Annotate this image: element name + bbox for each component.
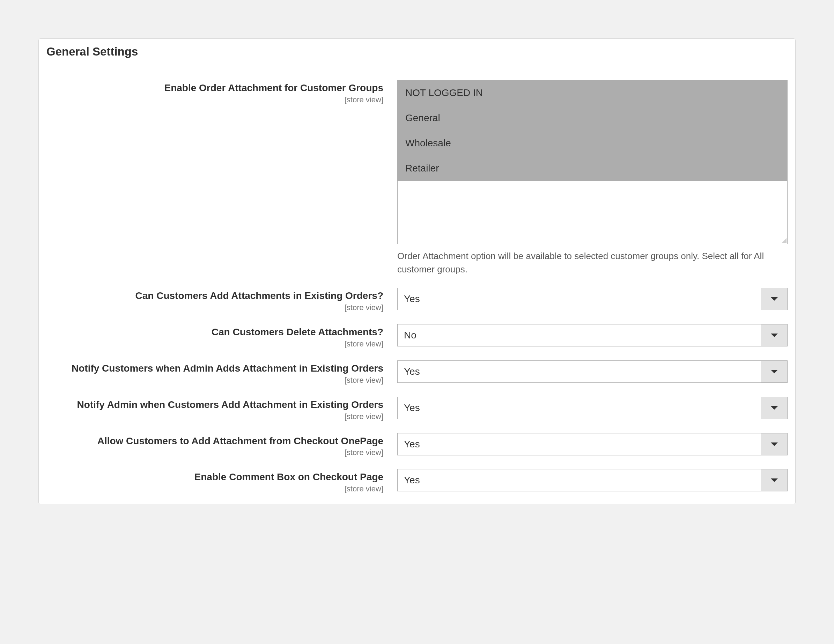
label-text: Enable Comment Box on Checkout Page <box>194 471 383 482</box>
scope-text: [store view] <box>47 448 383 457</box>
chevron-down-icon <box>761 324 787 346</box>
comment-box-select[interactable]: Yes <box>397 469 787 491</box>
multiselect-option[interactable]: General <box>398 105 787 131</box>
field-checkout-onepage: Allow Customers to Add Attachment from C… <box>39 433 795 458</box>
scope-text: [store view] <box>47 412 383 421</box>
label-checkout-onepage: Allow Customers to Add Attachment from C… <box>47 433 397 458</box>
chevron-down-icon <box>761 361 787 382</box>
select-value: Yes <box>398 397 761 419</box>
add-existing-select[interactable]: Yes <box>397 288 787 310</box>
field-delete-attachments: Can Customers Delete Attachments? [store… <box>39 324 795 348</box>
select-value: Yes <box>398 361 761 382</box>
delete-attachments-select[interactable]: No <box>397 324 787 346</box>
multiselect-option[interactable]: NOT LOGGED IN <box>398 80 787 105</box>
chevron-down-icon <box>761 397 787 419</box>
scope-text: [store view] <box>47 340 383 348</box>
label-text: Allow Customers to Add Attachment from C… <box>97 435 383 446</box>
label-notify-admin: Notify Admin when Customers Add Attachme… <box>47 397 397 421</box>
label-text: Can Customers Delete Attachments? <box>212 327 383 337</box>
field-customer-groups: Enable Order Attachment for Customer Gro… <box>39 80 795 276</box>
label-text: Enable Order Attachment for Customer Gro… <box>165 83 384 93</box>
label-delete-attachments: Can Customers Delete Attachments? [store… <box>47 324 397 348</box>
checkout-onepage-select[interactable]: Yes <box>397 433 787 455</box>
field-comment-box: Enable Comment Box on Checkout Page [sto… <box>39 469 795 494</box>
label-add-existing: Can Customers Add Attachments in Existin… <box>47 288 397 312</box>
customer-groups-multiselect[interactable]: NOT LOGGED IN General Wholesale Retailer <box>397 80 787 244</box>
scope-text: [store view] <box>47 376 383 385</box>
select-value: Yes <box>398 469 761 491</box>
chevron-down-icon <box>761 288 787 310</box>
general-settings-panel: General Settings Enable Order Attachment… <box>39 39 795 504</box>
select-value: Yes <box>398 434 761 455</box>
customer-groups-note: Order Attachment option will be availabl… <box>397 250 787 276</box>
scope-text: [store view] <box>47 303 383 312</box>
label-notify-customers: Notify Customers when Admin Adds Attachm… <box>47 361 397 385</box>
label-customer-groups: Enable Order Attachment for Customer Gro… <box>47 80 397 104</box>
notify-customers-select[interactable]: Yes <box>397 361 787 383</box>
multiselect-option[interactable]: Wholesale <box>398 131 787 156</box>
select-value: No <box>398 324 761 346</box>
field-notify-customers: Notify Customers when Admin Adds Attachm… <box>39 361 795 385</box>
scope-text: [store view] <box>47 95 383 104</box>
chevron-down-icon <box>761 434 787 455</box>
multiselect-option[interactable]: Retailer <box>398 156 787 181</box>
field-add-existing: Can Customers Add Attachments in Existin… <box>39 288 795 312</box>
resize-handle-icon[interactable] <box>782 238 787 243</box>
select-value: Yes <box>398 288 761 310</box>
label-text: Notify Admin when Customers Add Attachme… <box>77 399 383 410</box>
notify-admin-select[interactable]: Yes <box>397 397 787 419</box>
label-text: Can Customers Add Attachments in Existin… <box>136 290 384 301</box>
section-title: General Settings <box>39 39 795 63</box>
chevron-down-icon <box>761 469 787 491</box>
label-text: Notify Customers when Admin Adds Attachm… <box>71 363 383 374</box>
label-comment-box: Enable Comment Box on Checkout Page [sto… <box>47 469 397 494</box>
field-notify-admin: Notify Admin when Customers Add Attachme… <box>39 397 795 421</box>
scope-text: [store view] <box>47 484 383 494</box>
